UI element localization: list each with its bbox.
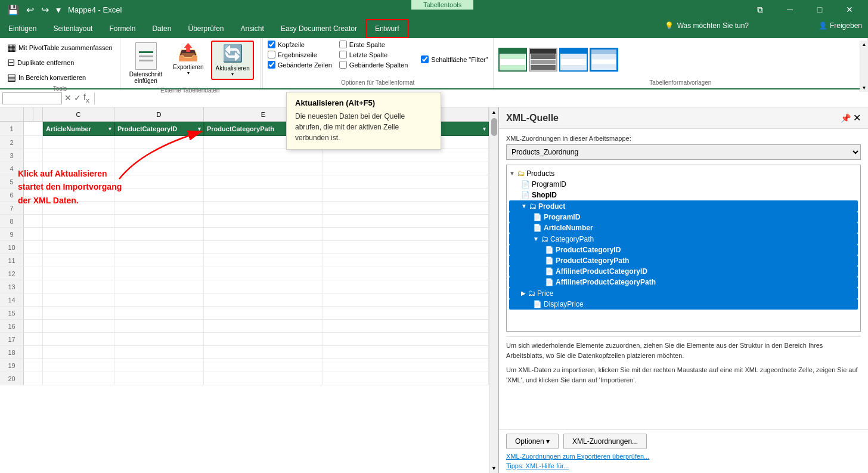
filter-arrow-1[interactable]: ▾ (108, 126, 111, 132)
cell-d6[interactable] (114, 188, 204, 202)
cell-f7[interactable] (323, 202, 489, 215)
minimize-btn[interactable]: ─ (776, 0, 804, 19)
v-scrollbar[interactable]: ▲ ▼ (489, 107, 498, 473)
cell-c15[interactable] (43, 307, 114, 320)
tree-affilinetpcp[interactable]: 📄 AffilinetProductCategoryPath (509, 277, 858, 287)
cell-a15[interactable] (24, 307, 43, 320)
cancel-icon[interactable]: ✕ (64, 93, 72, 103)
cell-e15[interactable] (204, 307, 323, 320)
cell-e11[interactable] (204, 254, 323, 267)
styles-scrollbar[interactable]: ▲ ▼ (860, 38, 868, 92)
xml-export-link[interactable]: XML-Zuordnungen zum Exportieren überprüf… (506, 453, 861, 460)
cell-f11[interactable] (323, 254, 489, 267)
cell-f8[interactable] (323, 215, 489, 228)
cell-c9[interactable] (43, 228, 114, 241)
cell-d7[interactable] (114, 202, 204, 215)
pivot-table-btn[interactable]: ▦ Mit PivotTable zusammenfassen (5, 41, 115, 54)
tree-articlenumber[interactable]: 📄 ArticleNumber (509, 222, 858, 233)
cell-d11[interactable] (114, 254, 204, 267)
tree-price[interactable]: ▶ 🗂 Price (509, 287, 858, 299)
tree-programid-1[interactable]: 📄 ProgramID (509, 179, 858, 190)
cell-f12[interactable] (323, 267, 489, 280)
cell-a18[interactable] (24, 346, 43, 359)
tab-seitenlayout[interactable]: Seitenlayout (45, 19, 101, 38)
name-box[interactable] (2, 92, 62, 104)
styles-scroll-up[interactable]: ▲ (862, 42, 867, 47)
cell-a16[interactable] (24, 320, 43, 333)
formula-input[interactable] (100, 93, 866, 104)
cell-f17[interactable] (323, 333, 489, 346)
xml-bottom-link[interactable]: Tipps: XML-Hilfe für... (506, 462, 861, 469)
cell-f9[interactable] (323, 228, 489, 241)
convert-range-btn[interactable]: ▤ In Bereich konvertieren (5, 70, 88, 84)
cell-d16[interactable] (114, 320, 204, 333)
tab-easy-doc[interactable]: Easy Document Creator (272, 19, 365, 38)
cell-e14[interactable] (204, 293, 323, 307)
cell-f14[interactable] (323, 293, 489, 307)
cell-c3[interactable] (43, 149, 114, 162)
cell-a14[interactable] (24, 293, 43, 307)
tree-categorypath[interactable]: ▼ 🗂 CategoryPath (509, 233, 858, 245)
scroll-thumb[interactable] (491, 118, 497, 136)
cell-d15[interactable] (114, 307, 204, 320)
cell-e8[interactable] (204, 215, 323, 228)
function-icon[interactable]: fx (83, 92, 89, 104)
erste-spalte-check[interactable] (339, 41, 347, 48)
ergebniszeile-check[interactable] (268, 51, 275, 58)
cell-e18[interactable] (204, 346, 323, 359)
tree-products-root[interactable]: ▼ 🗂 Products (509, 168, 858, 179)
xml-pin-icon[interactable]: 📌 (841, 113, 851, 123)
table-header-articlenumber[interactable]: ArticleNumber ▾ (43, 122, 114, 136)
cell-d18[interactable] (114, 346, 204, 359)
cell-e6[interactable] (204, 188, 323, 202)
cell-e9[interactable] (204, 228, 323, 241)
cell-a20[interactable] (24, 372, 43, 385)
cell-e13[interactable] (204, 280, 323, 293)
cell-d8[interactable] (114, 215, 204, 228)
col-d-header[interactable]: D (114, 107, 204, 121)
cell-e12[interactable] (204, 267, 323, 280)
cell-e16[interactable] (204, 320, 323, 333)
cell-f13[interactable] (323, 280, 489, 293)
xml-mapping-select[interactable]: Products_Zuordnung (506, 144, 861, 160)
cell-a17[interactable] (24, 333, 43, 346)
styles-scroll-down[interactable]: ▼ (862, 85, 867, 91)
cell-e10[interactable] (204, 241, 323, 254)
cell-c11[interactable] (43, 254, 114, 267)
cell-f16[interactable] (323, 320, 489, 333)
cell-c16[interactable] (43, 320, 114, 333)
tab-ansicht[interactable]: Ansicht (232, 19, 272, 38)
letzte-spalte-check[interactable] (339, 51, 347, 58)
gebanderte-spalten-check[interactable] (339, 61, 347, 69)
save-icon[interactable]: 💾 (5, 2, 21, 18)
cell-f10[interactable] (323, 241, 489, 254)
cell-c8[interactable] (43, 215, 114, 228)
table-style-green[interactable] (498, 48, 527, 72)
exportieren-btn[interactable]: 📤 Exportieren ▾ (170, 41, 206, 78)
cell-f19[interactable] (323, 359, 489, 372)
cell-f15[interactable] (323, 307, 489, 320)
expand-price[interactable]: ▶ (521, 290, 526, 296)
cell-d10[interactable] (114, 241, 204, 254)
cell-a12[interactable] (24, 267, 43, 280)
table-style-dark[interactable] (529, 48, 557, 72)
table-style-blue[interactable] (559, 48, 588, 72)
cell-d14[interactable] (114, 293, 204, 307)
cell-a3[interactable] (24, 149, 43, 162)
cell-a11[interactable] (24, 254, 43, 267)
cell-a2[interactable] (24, 136, 43, 149)
schaltflache-check[interactable] (421, 55, 429, 63)
tab-formeln[interactable]: Formeln (101, 19, 144, 38)
tab-einfuegen[interactable]: Einfügen (0, 19, 45, 38)
cell-e7[interactable] (204, 202, 323, 215)
close-btn[interactable]: ✕ (836, 0, 863, 19)
cell-c20[interactable] (43, 372, 114, 385)
tree-affilinetpci[interactable]: 📄 AffilinetProductCategoryID (509, 266, 858, 277)
undo-icon[interactable]: ↩ (24, 2, 36, 18)
tree-displayprice[interactable]: 📄 DisplayPrice (509, 299, 858, 310)
cell-a9[interactable] (24, 228, 43, 241)
scroll-down-btn[interactable]: ▼ (489, 463, 498, 473)
expand-categorypath[interactable]: ▼ (533, 236, 539, 242)
cell-a19[interactable] (24, 359, 43, 372)
expand-products[interactable]: ▼ (509, 170, 515, 177)
